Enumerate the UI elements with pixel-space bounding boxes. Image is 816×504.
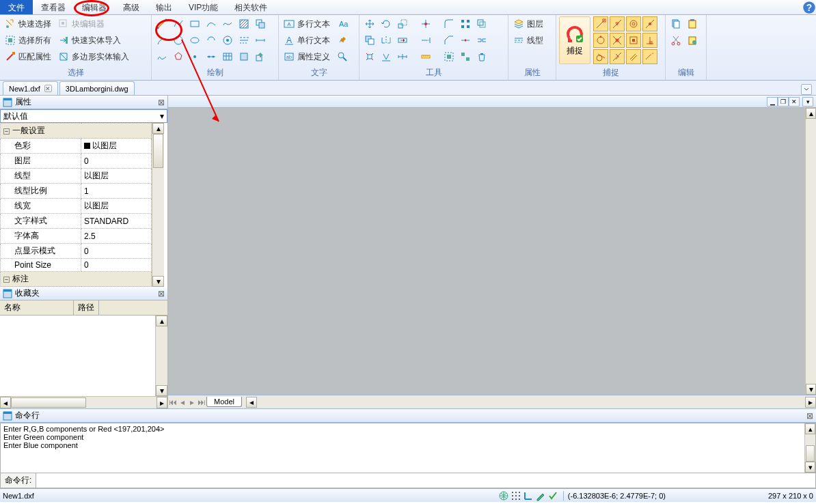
text-style-button[interactable]: Aa (335, 16, 350, 31)
hatch-tool[interactable] (236, 16, 251, 31)
dropdown-icon[interactable]: ▾ (802, 97, 813, 107)
help-icon[interactable]: ? (802, 0, 816, 14)
scale-tool[interactable] (395, 16, 410, 31)
lengthen-tool[interactable] (395, 49, 410, 64)
offset-tool[interactable] (474, 16, 489, 31)
join-tool[interactable] (474, 33, 489, 48)
mirror-tool[interactable] (379, 33, 394, 48)
tab-nav-next[interactable]: ▸ (187, 396, 197, 408)
snap-center[interactable] (626, 16, 641, 31)
fillet-tool[interactable] (441, 16, 457, 31)
menu-related[interactable]: 相关软件 (226, 0, 275, 14)
linetype-tool[interactable] (236, 33, 251, 48)
paste-special-button[interactable] (685, 33, 700, 48)
scroll-up-icon[interactable]: ▴ (156, 316, 167, 326)
arc2-tool[interactable] (204, 33, 219, 48)
status-check-icon[interactable] (547, 490, 558, 501)
scroll-down-icon[interactable]: ▾ (156, 385, 167, 396)
snap-insertion[interactable] (626, 33, 641, 48)
status-ortho-icon[interactable] (523, 490, 534, 501)
circle-tool[interactable] (171, 33, 186, 48)
move-tool[interactable] (362, 16, 377, 31)
trim-tool[interactable] (418, 16, 433, 31)
copy-clipboard-button[interactable] (668, 16, 683, 31)
polyline-tool[interactable] (171, 16, 186, 31)
log-scrollbar[interactable]: ▴ ▾ (804, 423, 815, 473)
scroll-left-icon[interactable]: ◂ (0, 397, 11, 408)
layer-button[interactable]: 图层 (511, 16, 547, 31)
polygon-tool[interactable] (171, 49, 186, 64)
prop-val[interactable]: 1 (81, 184, 152, 199)
section-annotation[interactable]: −标注 (1, 272, 152, 287)
snap-nearest[interactable] (610, 49, 625, 64)
explode-tool[interactable] (362, 49, 377, 64)
select-all-button[interactable]: 选择所有 (3, 33, 55, 48)
ungroup-tool[interactable] (458, 49, 473, 64)
snap-perpendicular[interactable] (642, 33, 657, 48)
prop-val[interactable]: 0 (81, 259, 152, 272)
tabs-menu-button[interactable] (801, 84, 812, 95)
snap-quadrant[interactable] (593, 33, 608, 48)
model-tab[interactable]: Model (206, 397, 242, 407)
donut-tool[interactable] (220, 33, 235, 48)
quick-select-button[interactable]: 快速选择 (3, 16, 55, 31)
scroll-down-icon[interactable]: ▾ (152, 276, 164, 287)
command-input[interactable] (36, 473, 815, 488)
scroll-down-icon[interactable]: ▾ (806, 384, 816, 395)
attdef-button[interactable]: ab属性定义 (282, 49, 334, 64)
snap-parallel[interactable] (626, 49, 641, 64)
block-editor-button[interactable]: 块编辑器 (56, 16, 108, 31)
break-tool[interactable] (458, 33, 473, 48)
favs-hscroll[interactable]: ◂ ▸ (0, 396, 167, 408)
rect-tool[interactable] (187, 16, 202, 31)
prop-val[interactable]: 以图层 (81, 169, 152, 184)
favs-scrollbar[interactable]: ▴ ▾ (155, 316, 167, 396)
array-tool[interactable] (458, 16, 473, 31)
scroll-right-icon[interactable]: ▸ (157, 397, 167, 408)
snap-extension[interactable] (642, 49, 657, 64)
align-tool[interactable] (379, 49, 394, 64)
rotate-tool[interactable] (379, 16, 394, 31)
default-combo[interactable]: 默认值 ▾ (0, 109, 167, 123)
favorites-col-name[interactable]: 名称 (0, 300, 74, 315)
section-general[interactable]: −一般设置 (1, 124, 152, 139)
measure-tool[interactable] (418, 49, 433, 64)
line-tool[interactable] (154, 16, 169, 31)
chamfer-tool[interactable] (441, 33, 457, 48)
ellipse-tool[interactable] (187, 33, 202, 48)
text-button[interactable]: A单行文本 (282, 33, 334, 48)
props-scrollbar[interactable]: ▴ ▾ (152, 123, 164, 287)
copy-tool[interactable] (362, 33, 377, 48)
text-find-button[interactable] (335, 49, 350, 64)
dimension-tool[interactable] (253, 33, 268, 48)
match-props-button[interactable]: 匹配属性 (3, 49, 55, 64)
paste-button[interactable] (685, 16, 700, 31)
block-tool[interactable] (236, 49, 251, 64)
scroll-thumb[interactable] (11, 397, 86, 408)
panel-close-icon[interactable]: ⊠ (158, 98, 165, 107)
quick-entity-import-button[interactable]: 快速实体导入 (56, 33, 124, 48)
menu-viewer[interactable]: 查看器 (33, 0, 74, 14)
prop-val[interactable]: 以图层 (81, 139, 152, 154)
close-icon[interactable]: ✕ (789, 97, 800, 107)
polygon-entity-input-button[interactable]: 多边形实体输入 (56, 49, 133, 64)
tab-nav-first[interactable]: ⏮ (168, 396, 178, 408)
scroll-up-icon[interactable]: ▴ (152, 123, 164, 134)
scroll-thumb[interactable] (806, 445, 815, 462)
drawing-canvas[interactable]: ▴ ▾ (168, 108, 816, 395)
menu-output[interactable]: 输出 (148, 0, 180, 14)
scroll-down-icon[interactable]: ▾ (805, 462, 815, 473)
group-tool[interactable] (441, 49, 457, 64)
extend-tool[interactable] (418, 33, 433, 48)
prop-val[interactable]: STANDARD (81, 214, 152, 229)
prop-val[interactable]: 2.5 (81, 229, 152, 244)
menu-file[interactable]: 文件 (0, 0, 33, 14)
tab-nav-prev[interactable]: ◂ (178, 396, 187, 408)
prop-val[interactable]: 0 (81, 244, 152, 259)
scroll-thumb[interactable] (153, 134, 163, 168)
text-edit-button[interactable]: A (335, 33, 350, 48)
canvas-hscroll[interactable]: ◂ ▸ (246, 397, 816, 408)
snap-intersection[interactable] (610, 33, 625, 48)
panel-close-icon[interactable]: ⊠ (158, 289, 165, 298)
divide-tool[interactable] (204, 49, 219, 64)
